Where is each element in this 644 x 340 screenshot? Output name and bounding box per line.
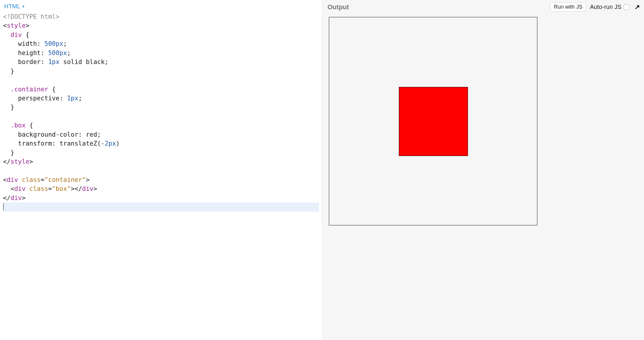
code-line [3, 76, 319, 85]
code-line: <div class="container"> [3, 175, 319, 184]
render-frame [329, 17, 638, 333]
text-cursor [3, 203, 4, 210]
code-line: div { [3, 30, 319, 39]
code-line: } [3, 103, 319, 112]
auto-run-checkbox[interactable] [624, 4, 629, 10]
code-line [3, 166, 319, 175]
code-line [3, 112, 319, 121]
editor-header: HTML ▼ [0, 0, 322, 12]
code-line: .box { [3, 121, 319, 130]
code-line: height: 500px; [3, 49, 319, 57]
output-header: Output Run with JS Auto-run JS ↗ [322, 0, 644, 14]
code-line: background-color: red; [3, 130, 319, 139]
run-js-button[interactable]: Run with JS [550, 2, 586, 12]
code-line: } [3, 67, 319, 76]
auto-run-label: Auto-run JS [590, 4, 621, 10]
app-root: HTML ▼ <!DOCTYPE html><style> div { widt… [0, 0, 644, 340]
code-line: width: 500px; [3, 39, 319, 48]
language-label: HTML [4, 3, 20, 10]
expand-icon[interactable]: ↗ [634, 3, 640, 11]
preview-container [329, 17, 537, 225]
editor-pane: HTML ▼ <!DOCTYPE html><style> div { widt… [0, 0, 322, 340]
output-pane: Output Run with JS Auto-run JS ↗ [322, 0, 644, 340]
code-line: <div class="box"></div> [3, 184, 319, 193]
auto-run-toggle[interactable]: Auto-run JS [590, 4, 629, 10]
code-editor[interactable]: <!DOCTYPE html><style> div { width: 500p… [0, 12, 322, 340]
output-body [322, 14, 644, 340]
preview-box [399, 87, 468, 156]
output-title: Output [328, 3, 547, 11]
chevron-down-icon: ▼ [21, 4, 25, 9]
cursor-line [3, 202, 319, 211]
code-line: perspective: 1px; [3, 94, 319, 103]
code-line: </div> [3, 194, 319, 202]
code-line: border: 1px solid black; [3, 57, 319, 66]
code-line: </style> [3, 157, 319, 166]
code-line: } [3, 148, 319, 157]
code-line: <style> [3, 21, 319, 30]
code-line: transform: translateZ(-2px) [3, 139, 319, 148]
language-selector[interactable]: HTML ▼ [4, 3, 25, 10]
code-line: .container { [3, 85, 319, 94]
code-line: <!DOCTYPE html> [3, 12, 319, 21]
